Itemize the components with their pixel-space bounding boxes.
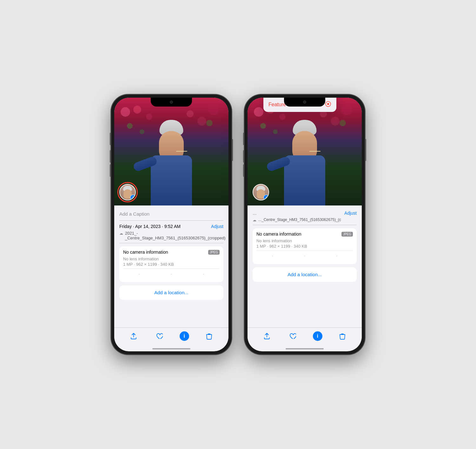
home-indicator-right xyxy=(286,348,324,349)
date-left: Friday · Apr 14, 2023 · 9:52 AM xyxy=(119,224,181,229)
bottom-toolbar-left: i xyxy=(114,328,228,348)
camera-title-left: No camera information xyxy=(123,250,168,255)
cloud-filename-right: ..._Centre_Stage_HM3_7561_(51653062675)_… xyxy=(258,218,341,222)
info-button-right[interactable]: i xyxy=(313,331,322,341)
adjust-btn-right[interactable]: Adjust xyxy=(344,211,357,216)
minus-circle-icon xyxy=(325,101,331,108)
front-camera-left xyxy=(170,101,173,104)
cloud-filename-left: 2021_-_Centre_Stage_HM3_7561_(5165306267… xyxy=(125,231,226,240)
info-badge-right: i xyxy=(263,195,269,200)
front-camera-right xyxy=(303,101,306,104)
lens-info-right: No lens information xyxy=(256,238,353,243)
location-btn-right[interactable]: Add a location... xyxy=(253,267,357,282)
share-button-right[interactable] xyxy=(261,330,273,342)
dash-r3: - xyxy=(336,253,338,258)
lens-info-left: No lens information xyxy=(123,257,220,261)
photo-area-left[interactable]: i xyxy=(114,98,228,205)
notch-right xyxy=(284,98,325,107)
dash-r1: - xyxy=(272,253,273,258)
dash-1: - xyxy=(138,271,140,277)
info-button-left[interactable]: i xyxy=(180,331,189,341)
red-circle-highlight-left xyxy=(117,182,138,202)
info-panel-right: … Adjust ☁ ..._Centre_Stage_HM3_7561_(51… xyxy=(248,205,362,328)
bottom-toolbar-right: i xyxy=(248,328,362,348)
location-btn-left[interactable]: Add a location... xyxy=(119,285,223,300)
cloud-icon-left: ☁ xyxy=(119,231,123,236)
trash-button-right[interactable] xyxy=(337,330,348,342)
camera-card-left: No camera information JPEG No lens infor… xyxy=(119,246,223,282)
specs-left: 1 MP · 962 × 1199 · 340 KB xyxy=(123,262,220,267)
heart-button-left[interactable] xyxy=(154,330,165,342)
date-right: … xyxy=(253,211,257,216)
face-thumbnail-right[interactable]: i xyxy=(253,184,269,200)
cloud-icon-right: ☁ xyxy=(253,218,256,222)
phone-right: i Unnamed Person Tag with Name ✏️ All Ph… xyxy=(244,94,365,355)
adjust-btn-left[interactable]: Adjust xyxy=(211,224,223,229)
svg-point-7 xyxy=(327,103,329,105)
dash-r2: - xyxy=(304,253,306,258)
heart-button-right[interactable] xyxy=(287,330,298,342)
notch-left xyxy=(151,98,192,107)
camera-card-right: No camera information JPEG No lens infor… xyxy=(253,228,357,264)
info-panel-left: Add a Caption Friday · Apr 14, 2023 · 9:… xyxy=(114,205,228,328)
caption-placeholder-left[interactable]: Add a Caption xyxy=(119,209,223,221)
share-button-left[interactable] xyxy=(128,330,139,342)
jpeg-badge-right: JPEG xyxy=(341,232,353,237)
phone-left: i Add a Caption Friday · Apr 14, 2023 · … xyxy=(111,94,232,355)
specs-right: 1 MP · 962 × 1199 · 340 KB xyxy=(256,244,353,249)
dash-3: - xyxy=(203,271,204,277)
photo-area-right[interactable]: i Unnamed Person Tag with Name ✏️ All Ph… xyxy=(248,98,362,205)
home-indicator-left xyxy=(152,348,190,349)
jpeg-badge-left: JPEG xyxy=(208,250,220,255)
dash-2: - xyxy=(171,271,172,277)
trash-button-left[interactable] xyxy=(203,330,215,342)
camera-title-right: No camera information xyxy=(256,231,301,237)
